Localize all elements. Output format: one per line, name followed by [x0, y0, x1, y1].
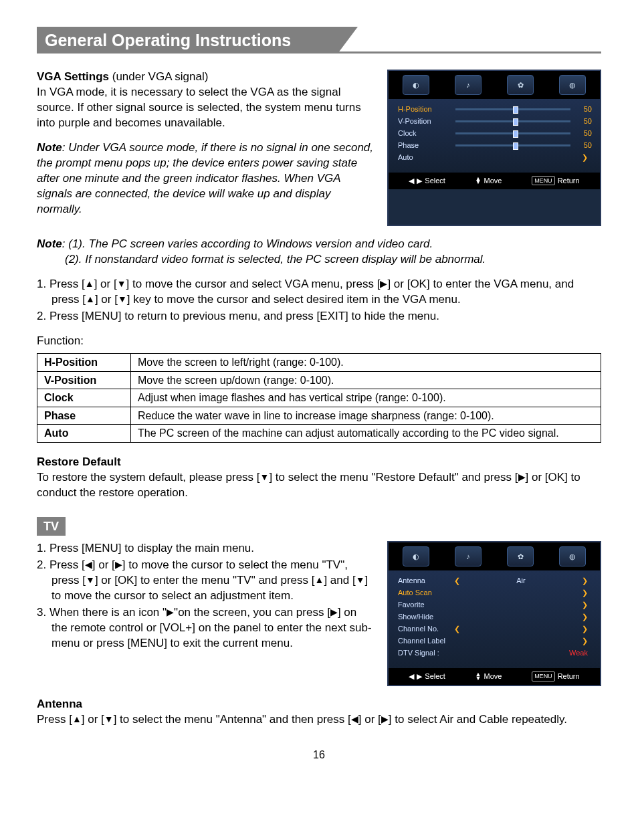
note2-l1: : (1). The PC screen varies according to… [62, 237, 433, 250]
down-icon: ▼ [86, 574, 95, 585]
note2-label: Note [37, 237, 62, 250]
vga-title-suffix: (under VGA signal) [109, 70, 208, 83]
enter-icon: ❯ [582, 636, 588, 646]
vga-note: Note: Under VGA source mode, if there is… [37, 140, 374, 217]
note-block-2: Note: (1). The PC screen varies accordin… [37, 237, 601, 268]
osd-tab-tv[interactable]: ◍ [559, 75, 586, 95]
down-icon: ▼ [104, 714, 114, 724]
down-icon: ▼ [118, 294, 127, 304]
osd-body: Antenna ❮Air❯ Auto Scan ❯ Favorite ❯ Sho… [389, 570, 600, 668]
up-icon: ▲ [86, 294, 95, 304]
osd-row-autoscan[interactable]: Auto Scan ❯ [398, 587, 592, 599]
osd-tab-picture[interactable]: ◐ [403, 546, 429, 566]
restore-title: Restore Default [37, 455, 601, 470]
table-row: AutoThe PC screen of the machine can adj… [37, 425, 601, 443]
slider[interactable] [455, 144, 570, 146]
left-arrow-icon: ❮ [454, 576, 460, 586]
right-icon: ▶ [380, 278, 387, 289]
signal-weak: Weak [569, 648, 588, 658]
right-icon: ▶ [167, 607, 174, 617]
right-arrow-icon: ❯ [582, 576, 588, 586]
header-tail [338, 27, 358, 54]
right-icon: ▶ [518, 471, 526, 482]
right-icon: ▶ [417, 671, 422, 681]
osd-row-favorite[interactable]: Favorite ❯ [398, 599, 592, 611]
left-arrow-icon: ❮ [454, 624, 460, 634]
vga-osd-menu: ◐ ♪ ✿ ◍ H-Position 50 V-Position 50 Cloc… [387, 70, 601, 226]
up-icon: ▲ [72, 714, 82, 724]
slider[interactable] [455, 120, 570, 122]
vga-title: VGA Settings [37, 70, 109, 83]
down-icon: ▼ [117, 278, 126, 289]
page-number: 16 [37, 748, 601, 762]
osd-footer: ◀ ▶ Select ▲▼ Move MENU Return [389, 668, 600, 685]
osd-tab-picture[interactable]: ◐ [403, 75, 429, 95]
osd-tab-sound[interactable]: ♪ [455, 75, 482, 95]
note2-l2: (2). If nonstandard video format is sele… [37, 252, 486, 268]
down-icon: ▼ [260, 471, 270, 482]
right-icon: ▶ [330, 607, 338, 617]
table-row: PhaseReduce the water wave in line to in… [37, 407, 601, 425]
tv-osd-menu: ◐ ♪ ✿ ◍ Antenna ❮Air❯ Auto Scan ❯ Favori… [387, 541, 601, 686]
osd-tab-tv[interactable]: ◍ [559, 546, 586, 566]
table-row: V-PositionMove the screen up/down (range… [37, 371, 601, 389]
osd-tab-setup[interactable]: ✿ [507, 75, 534, 95]
left-icon: ◀ [409, 671, 414, 681]
vga-note-body: : Under VGA source mode, if there is no … [37, 141, 373, 215]
enter-icon: ❯ [582, 152, 588, 163]
tv-step-3: 3. When there is an icon "▶"on the scree… [37, 605, 374, 651]
table-row: ClockAdjust when image flashes and has v… [37, 389, 601, 407]
osd-tabs: ◐ ♪ ✿ ◍ [389, 542, 600, 570]
enter-icon: ❯ [582, 600, 588, 610]
enter-icon: ❯ [582, 612, 588, 622]
osd-row-vposition[interactable]: V-Position 50 [398, 115, 592, 127]
tv-steps: 1. Press [MENU] to display the main menu… [37, 541, 374, 651]
antenna-text: Press [▲] or [▼] to select the menu "Ant… [37, 712, 601, 728]
slider[interactable] [455, 108, 570, 110]
updown-icon: ▲▼ [475, 673, 482, 680]
osd-tab-sound[interactable]: ♪ [455, 546, 482, 566]
osd-row-showhide[interactable]: Show/Hide ❯ [398, 611, 592, 623]
osd-row-dtvsignal: DTV Signal : Weak [398, 647, 592, 659]
step-2: 2. Press [MENU] to return to previous me… [37, 309, 601, 324]
page-header: General Operating Instructions [37, 27, 601, 54]
osd-row-clock[interactable]: Clock 50 [398, 127, 592, 139]
osd-footer: ◀ ▶ Select ▲▼ Move MENU Return [389, 173, 600, 189]
osd-row-antenna[interactable]: Antenna ❮Air❯ [398, 574, 592, 587]
right-icon: ▶ [417, 176, 422, 186]
osd-body: H-Position 50 V-Position 50 Clock 50 Pha… [389, 99, 600, 173]
vga-intro: VGA Settings (under VGA signal) In VGA m… [37, 70, 374, 131]
restore-text: To restore the system default, please pr… [37, 470, 601, 501]
right-arrow-icon: ❯ [582, 624, 588, 634]
note-label: Note [37, 141, 62, 154]
step-1: 1. Press [▲] or [▼] to move the cursor a… [37, 277, 601, 308]
vga-intro-text: In VGA mode, it is necessary to select t… [37, 86, 361, 129]
osd-row-phase[interactable]: Phase 50 [398, 139, 592, 151]
tv-step-1: 1. Press [MENU] to display the main menu… [37, 541, 374, 556]
table-row: H-PositionMove the screen to left/right … [37, 354, 601, 372]
enter-icon: ❯ [582, 588, 588, 598]
up-icon: ▲ [85, 278, 94, 289]
menu-chip: MENU [532, 671, 555, 681]
right-icon: ▶ [381, 714, 389, 724]
antenna-title: Antenna [37, 697, 601, 712]
osd-row-channelno[interactable]: Channel No. ❮❯ [398, 623, 592, 635]
left-icon: ◀ [409, 176, 414, 186]
osd-row-hposition[interactable]: H-Position 50 [398, 103, 592, 115]
slider[interactable] [455, 132, 570, 134]
header-title: General Operating Instructions [37, 27, 338, 54]
tv-section-chip: TV [37, 517, 66, 536]
osd-row-channellabel[interactable]: Channel Label ❯ [398, 635, 592, 647]
right-icon: ▶ [115, 559, 122, 570]
osd-tab-setup[interactable]: ✿ [507, 546, 534, 566]
osd-tabs: ◐ ♪ ✿ ◍ [389, 71, 600, 99]
left-icon: ◀ [85, 559, 92, 570]
up-icon: ▲ [315, 574, 324, 585]
function-label: Function: [37, 334, 601, 349]
function-table: H-PositionMove the screen to left/right … [37, 353, 601, 443]
down-icon: ▼ [356, 574, 365, 585]
tv-step-2: 2. Press [◀] or [▶] to move the cursor t… [37, 558, 374, 604]
updown-icon: ▲▼ [475, 177, 482, 185]
menu-chip: MENU [532, 176, 555, 185]
osd-row-auto[interactable]: Auto ❯ [398, 151, 592, 163]
